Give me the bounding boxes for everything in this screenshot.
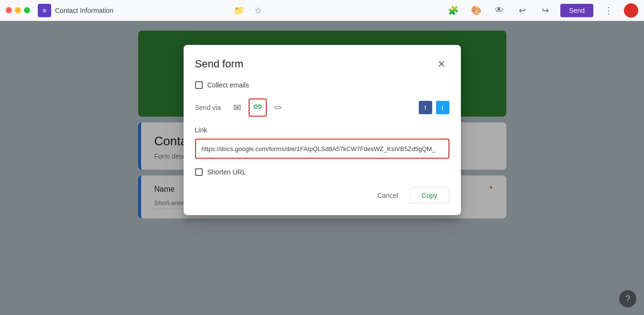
facebook-share-button[interactable]: f [419,101,432,114]
dialog-overlay: Send form ✕ Collect emails Send via ✉ [0,21,644,315]
dialog-header: Send form ✕ [195,56,449,72]
extensions-icon: 🧩 [448,5,458,16]
undo-icon: ↩ [519,5,526,16]
folder-icon-btn[interactable]: 📁 [231,3,247,18]
collect-emails-label: Collect emails [207,81,249,89]
social-icons: f t [419,101,449,114]
send-button[interactable]: Send [560,4,593,17]
link-section: Link [195,126,449,159]
palette-btn[interactable]: 🎨 [469,3,484,18]
extensions-btn[interactable]: 🧩 [446,3,461,18]
undo-btn[interactable]: ↩ [514,3,530,18]
embed-icon: <> [274,104,282,111]
link-input-wrapper [195,139,449,159]
send-via-icons: ✉ <> [229,98,287,117]
send-via-label: Send via [195,104,221,111]
title-bar: ≡ Contact Information 📁 ☆ 🧩 🎨 👁 ↩ ↪ Send… [0,0,644,21]
link-input[interactable] [202,145,443,152]
send-form-dialog: Send form ✕ Collect emails Send via ✉ [184,45,461,215]
minimize-traffic-light[interactable] [15,7,21,13]
send-via-link-button[interactable] [249,98,267,117]
star-icon-btn[interactable]: ☆ [251,3,266,18]
link-label: Link [195,126,449,134]
close-traffic-light[interactable] [6,7,12,13]
link-icon [253,102,262,114]
collect-emails-checkbox[interactable] [195,81,203,89]
send-via-email-button[interactable]: ✉ [229,98,247,117]
more-options-btn[interactable]: ⋮ [601,3,616,18]
email-icon: ✉ [233,102,241,113]
folder-icon: 📁 [234,5,244,16]
canvas-area: Contact information Form description Nam… [0,21,644,315]
dialog-title: Send form [195,58,244,70]
send-via-embed-button[interactable]: <> [269,98,287,117]
facebook-icon: f [425,104,426,111]
send-via-row: Send via ✉ [195,98,449,117]
shorten-url-label: Shorten URL [207,168,246,176]
more-icon: ⋮ [604,5,613,16]
shorten-url-row: Shorten URL [195,168,449,176]
dialog-footer: Cancel Copy [195,187,449,204]
twitter-icon: t [442,104,444,111]
copy-button[interactable]: Copy [410,187,449,204]
preview-icon: 👁 [495,5,503,15]
redo-btn[interactable]: ↪ [537,3,553,18]
redo-icon: ↪ [542,5,549,16]
toolbar-icons: 🧩 🎨 👁 ↩ ↪ Send ⋮ [446,3,638,18]
document-title: Contact Information [55,7,228,14]
preview-btn[interactable]: 👁 [491,3,507,18]
cancel-button[interactable]: Cancel [370,188,406,203]
fullscreen-traffic-light[interactable] [24,7,30,13]
shorten-url-checkbox[interactable] [195,168,203,176]
traffic-lights [6,7,30,13]
star-icon: ☆ [254,5,262,16]
app-icon: ≡ [38,4,51,17]
collect-emails-row: Collect emails [195,81,449,89]
palette-icon: 🎨 [471,5,481,16]
twitter-share-button[interactable]: t [436,101,449,114]
avatar[interactable] [624,3,638,18]
close-dialog-button[interactable]: ✕ [434,56,449,72]
